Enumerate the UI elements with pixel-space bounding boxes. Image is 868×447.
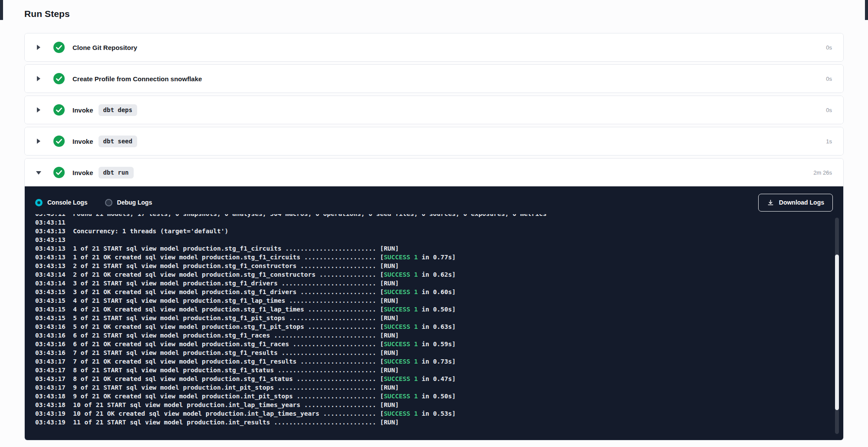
debug-logs-radio[interactable]: Debug Logs <box>105 199 152 206</box>
success-check-icon <box>53 136 65 147</box>
log-panel: Console Logs Debug Logs Download Logs 03… <box>25 186 843 440</box>
log-line: 03:43:13 1 of 21 START sql view model pr… <box>35 244 833 253</box>
radio-selected-icon <box>35 199 43 206</box>
log-line: 03:43:18 10 of 21 START sql view model p… <box>35 401 833 409</box>
log-line: 03:43:15 4 of 21 OK created sql view mod… <box>35 305 833 314</box>
success-check-icon <box>53 104 65 116</box>
download-logs-label: Download Logs <box>779 199 824 206</box>
step-card-dbt-seed: Invoke dbt seed 1s <box>24 127 844 156</box>
window-edge-right <box>865 0 868 20</box>
step-label: Clone Git Repository <box>72 44 137 51</box>
step-card-dbt-deps: Invoke dbt deps 0s <box>24 96 844 124</box>
log-line: 03:43:17 9 of 21 START sql view model pr… <box>35 383 833 392</box>
success-check-icon <box>53 73 65 84</box>
console-log-output[interactable]: 03:43:11 Found 21 models, 17 tests, 0 sn… <box>35 214 833 434</box>
step-card-dbt-run: Invoke dbt run 2m 26s Console Logs Debug… <box>24 158 844 440</box>
command-chip: dbt seed <box>99 136 137 147</box>
log-line: 03:43:13 1 of 21 OK created sql view mod… <box>35 253 833 262</box>
log-panel-toolbar: Console Logs Debug Logs Download Logs <box>35 193 833 212</box>
step-duration: 0s <box>826 107 832 113</box>
radio-label: Console Logs <box>47 199 88 206</box>
download-logs-button[interactable]: Download Logs <box>758 194 833 212</box>
success-check-icon <box>53 167 65 178</box>
log-line: 03:43:13 <box>35 235 833 244</box>
window-edge-left <box>0 0 3 20</box>
log-line: 03:43:17 8 of 21 OK created sql view mod… <box>35 374 833 383</box>
step-card-clone-git-repository: Clone Git Repository 0s <box>24 33 844 62</box>
step-label: Invoke <box>72 169 93 176</box>
step-card-create-profile: Create Profile from Connection snowflake… <box>24 64 844 93</box>
chevron-right-icon[interactable] <box>36 44 42 50</box>
log-line: 03:43:16 5 of 21 OK created sql view mod… <box>35 322 833 331</box>
radio-unselected-icon <box>105 199 112 206</box>
command-chip: dbt deps <box>99 104 137 116</box>
log-line: 03:43:17 7 of 21 OK created sql view mod… <box>35 357 833 366</box>
log-line: 03:43:14 3 of 21 START sql view model pr… <box>35 279 833 288</box>
log-line: 03:43:18 9 of 21 OK created sql view mod… <box>35 392 833 401</box>
step-duration: 2m 26s <box>813 169 832 176</box>
step-duration: 1s <box>826 138 832 145</box>
log-line: 03:43:13 Concurrency: 1 threads (target=… <box>35 227 833 235</box>
log-line: 03:43:11 <box>35 218 833 227</box>
step-header-dbt-deps[interactable]: Invoke dbt deps 0s <box>25 96 843 124</box>
chevron-down-icon[interactable] <box>36 169 42 175</box>
step-header-clone-git-repository[interactable]: Clone Git Repository 0s <box>25 33 843 61</box>
log-line: 03:43:19 10 of 21 OK created sql view mo… <box>35 409 833 418</box>
log-line: 03:43:11 Found 21 models, 17 tests, 0 sn… <box>35 214 833 218</box>
log-line: 03:43:16 6 of 21 OK created sql view mod… <box>35 340 833 348</box>
step-header-dbt-seed[interactable]: Invoke dbt seed 1s <box>25 127 843 155</box>
log-line: 03:43:16 7 of 21 START sql view model pr… <box>35 348 833 357</box>
step-header-create-profile[interactable]: Create Profile from Connection snowflake… <box>25 65 843 93</box>
success-check-icon <box>53 42 65 53</box>
log-scrollbar-track[interactable] <box>835 218 839 434</box>
console-logs-radio[interactable]: Console Logs <box>35 199 88 206</box>
step-label: Create Profile from Connection snowflake <box>72 75 202 83</box>
page-title: Run Steps <box>24 9 844 19</box>
log-line: 03:43:15 4 of 21 START sql view model pr… <box>35 296 833 305</box>
radio-label: Debug Logs <box>117 199 152 206</box>
chevron-right-icon[interactable] <box>36 107 42 113</box>
log-line: 03:43:13 2 of 21 START sql view model pr… <box>35 262 833 270</box>
step-header-dbt-run[interactable]: Invoke dbt run 2m 26s <box>25 159 843 186</box>
log-line: 03:43:15 5 of 21 START sql view model pr… <box>35 314 833 322</box>
log-line: 03:43:16 6 of 21 START sql view model pr… <box>35 331 833 340</box>
step-label: Invoke <box>72 106 93 114</box>
download-icon <box>767 199 774 206</box>
command-chip: dbt run <box>99 167 134 179</box>
step-duration: 0s <box>826 44 832 51</box>
log-line: 03:43:19 11 of 21 START sql view model p… <box>35 418 833 427</box>
step-label: Invoke <box>72 138 93 145</box>
chevron-right-icon[interactable] <box>36 138 42 144</box>
run-steps-page: Run Steps Clone Git Repository 0s Create… <box>0 0 868 440</box>
step-duration: 0s <box>826 76 832 82</box>
chevron-right-icon[interactable] <box>36 76 42 82</box>
log-scrollbar-thumb[interactable] <box>835 255 839 411</box>
log-line: 03:43:14 2 of 21 OK created sql view mod… <box>35 270 833 279</box>
log-line: 03:43:15 3 of 21 OK created sql view mod… <box>35 288 833 296</box>
log-line: 03:43:17 8 of 21 START sql view model pr… <box>35 366 833 374</box>
